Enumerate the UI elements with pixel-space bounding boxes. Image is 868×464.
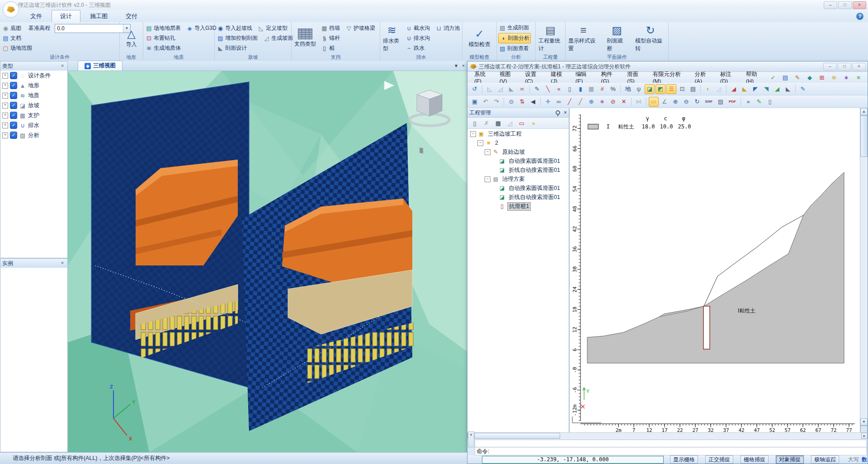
sort-tool[interactable]: ⇅ [517,97,527,107]
annotate-tool[interactable]: ⊡ [677,84,687,94]
slope-tool-1[interactable]: ◺ [485,84,495,94]
project-tree-item-抗滑桩1[interactable]: ▯抗滑桩1 [467,202,569,211]
tab-delivery[interactable]: 交付 [117,10,146,22]
tab-list-dropdown-icon[interactable]: ▼ [453,62,460,70]
spline-tool[interactable]: ↺ [470,84,480,94]
export-img-tool[interactable]: ▨ [716,97,726,107]
quick-gem-icon[interactable]: ◆ [805,72,815,82]
scroll-up-icon[interactable]: ▲ [860,108,868,115]
slip-green-tool[interactable]: ◢ [772,84,782,94]
type-tree-item-分析[interactable]: +✓▨分析 [0,130,67,140]
offset-tool[interactable]: « [554,84,564,94]
expander-icon[interactable]: − [485,149,491,155]
pick-tool[interactable]: ⊘ [608,97,618,107]
column-tool[interactable]: ▯ [565,84,575,94]
type-tree-item-地形[interactable]: +✓▲地形 [0,80,67,90]
slope-ghost-tool[interactable]: ◿ [714,84,724,94]
type-tree-item-放坡[interactable]: +✓◪放坡 [0,100,67,110]
line-tool[interactable]: ╲ [543,84,553,94]
import-terrain-button[interactable]: △ 导入 [123,28,140,49]
command-history[interactable] [475,440,867,447]
pen-blue-tool[interactable]: ✎ [798,84,808,94]
polyline-icon[interactable]: ◿ [505,118,515,128]
type-tree-item-支护[interactable]: +✓▦支护 [0,110,67,120]
slip-red-tool[interactable]: ◢ [729,84,739,94]
ime-大写[interactable]: 大写 [848,456,859,464]
print-tool[interactable]: ▤ [688,84,698,94]
close-button[interactable]: × [852,63,866,71]
retaining-wall-button[interactable]: ▦挡墙 [320,24,341,33]
export-folder-icon[interactable]: » [528,118,538,128]
quick-grid-icon[interactable]: ⊞ [817,72,827,82]
minimize-button[interactable]: – [824,1,837,9]
level-tool[interactable]: ≍ [517,84,527,94]
close-button[interactable]: × [853,1,866,9]
intercept-ditch-button[interactable]: ∪截水沟 [405,24,431,33]
zoom-in-tool[interactable]: ⊕ [670,97,680,107]
grid-beam-button[interactable]: ▽护坡格梁 [344,24,376,33]
anchor-button[interactable]: §锚杆 [320,33,341,43]
expander-icon[interactable]: + [2,123,8,128]
table-icon[interactable]: ▦ [493,118,503,128]
quick-check-icon[interactable]: ✓ [768,72,778,82]
command-panel-close-icon[interactable]: × [468,431,474,447]
undo-tool[interactable]: ↶ [481,97,491,107]
scroll-down-icon[interactable]: ▼ [860,418,868,426]
visibility-checkbox[interactable]: ✓ [10,92,17,99]
pin-icon[interactable] [556,110,560,115]
project-tree-item-折线自动搜索滑面01[interactable]: ◪折线自动搜索滑面01 [467,193,569,202]
trash-tool[interactable]: ▯ [765,97,775,107]
section-chart-area[interactable]: 72666054484236302418126-0-6-12m2m7121722… [570,108,868,433]
model-check-button[interactable]: ✓ 模型检查 [466,28,493,49]
close-icon[interactable]: × [59,63,66,69]
slip-edit-tool[interactable]: ◩ [656,84,665,94]
snap-button-栅格捕捉[interactable]: 栅格捕捉 [741,455,769,464]
slip-blue-tool[interactable]: ◤ [750,84,760,94]
generate-section-button[interactable]: ▧生成剖面 [498,23,530,33]
expander-icon[interactable]: + [2,83,8,89]
minimize-button[interactable]: – [823,63,837,71]
expander-icon[interactable]: + [2,113,8,118]
site-extent-button[interactable]: ▢场地范围 [1,43,33,53]
ruler-tool[interactable]: ▭ [649,97,659,107]
support-type-button[interactable]: 支挡类型 [292,28,319,48]
type-tree-item-设计条件[interactable]: +✓◌设计条件 [0,71,67,80]
app-logo[interactable] [3,1,19,18]
help-button[interactable]: ? [856,13,863,20]
quick-star-icon[interactable]: ∗ [841,72,851,82]
project-tree-item-治理方案[interactable]: −▤治理方案 [467,175,569,184]
type-tree-item-排水[interactable]: +✓∪排水 [0,120,67,130]
expander-icon[interactable]: − [485,176,491,182]
more-tool[interactable]: » [743,97,753,107]
maximize-button[interactable]: □ [838,63,851,71]
node-tool[interactable]: ⊕ [586,97,596,107]
section-analysis-button[interactable]: ◑剖面分析 [498,33,531,43]
define-slope-type-button[interactable]: ◺定义坡型 [257,24,288,33]
layout-borehole-button[interactable]: ⊡布置钻孔 [145,33,176,43]
generate-geology-button[interactable]: ≋生成地质体 [145,43,182,53]
list-tool[interactable]: ☰ [666,84,676,94]
redo-tool[interactable]: ↷ [491,97,501,107]
pan-hand-tool[interactable]: ψ [634,84,644,94]
slope-tool-3[interactable]: ◣ [506,84,516,94]
frame-red-icon[interactable]: ▭ [517,118,527,128]
section-view-button[interactable]: ▨剖面查看 [498,44,530,53]
section-design-button[interactable]: ◣剖面设计 [216,43,248,53]
ime-数字[interactable]: 数字 [862,456,868,464]
export-pdf-tool[interactable]: PDF [726,97,738,107]
quantity-statistics-button[interactable]: ▤ 工程量统计 [536,24,565,53]
tab-file[interactable]: 文件 [22,10,51,22]
link-tool[interactable]: ∞ [554,97,564,107]
scrollbar-thumb[interactable] [860,115,868,157]
scroll-right-icon[interactable]: ► [861,433,868,439]
grid-tool[interactable]: ▦ [586,84,596,94]
visibility-checkbox[interactable]: ✓ [10,72,17,79]
export-dxf-tool[interactable]: DXF [703,97,715,107]
slip-gold-tool[interactable]: ◣ [740,84,750,94]
zoom-out-tool[interactable]: ⊖ [681,97,691,107]
quick-layers-icon[interactable]: ≋ [829,72,839,82]
project-tree-item-自动搜索圆弧滑面01[interactable]: ◪自动搜索圆弧滑面01 [467,156,569,166]
viewport-3d[interactable]: ◆ 三维视图 ▼ × [68,61,467,452]
visibility-checkbox[interactable]: ✓ [10,132,17,139]
quick-sheet-icon[interactable]: ▤ [780,72,790,82]
